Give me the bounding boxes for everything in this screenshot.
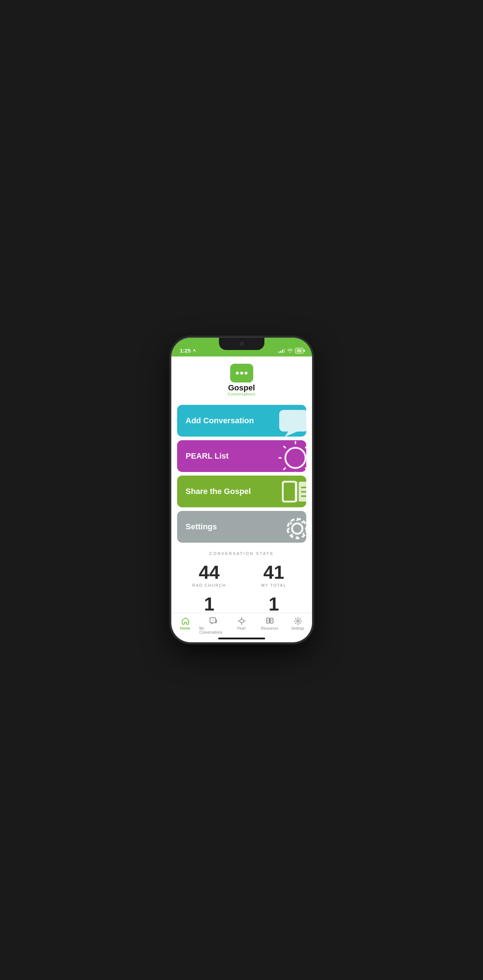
conversations-icon	[209, 617, 218, 625]
add-deco-icon	[277, 408, 306, 433]
tab-home[interactable]: Home	[172, 617, 200, 630]
resources-icon	[265, 617, 274, 625]
add-conversation-label: Add Conversation	[186, 416, 254, 425]
svg-rect-12	[283, 482, 296, 501]
person-icon	[192, 348, 197, 353]
stats-grid: 44 RAD CHURCH 41 MY TOTAL 1 THIS MONTH 1…	[177, 563, 306, 612]
tab-settings[interactable]: Settings	[284, 617, 312, 630]
this-month-stat: 1 THIS MONTH	[177, 595, 242, 612]
svg-point-0	[194, 349, 195, 351]
svg-rect-20	[210, 618, 216, 623]
stats-title: CONVERSATION STATS	[177, 551, 306, 556]
svg-line-9	[305, 446, 306, 448]
svg-rect-1	[279, 410, 306, 431]
tab-home-label: Home	[180, 627, 191, 630]
home-icon	[181, 617, 190, 625]
phone-frame: 1:25	[172, 338, 312, 642]
gospel-deco-icon	[281, 479, 306, 504]
svg-point-23	[240, 619, 243, 623]
tab-resources[interactable]: Resources	[256, 617, 284, 630]
this-month-value: 1	[177, 595, 242, 612]
share-gospel-button[interactable]: Share the Gospel	[177, 476, 306, 508]
svg-rect-29	[270, 618, 273, 623]
pearl-icon	[237, 617, 246, 625]
battery-icon: 88	[295, 348, 303, 353]
rad-church-label: RAD CHURCH	[177, 583, 242, 587]
svg-line-8	[284, 446, 285, 448]
tab-resources-label: Resources	[261, 627, 278, 630]
svg-point-21	[212, 620, 213, 620]
this-week-value: 1	[242, 595, 306, 612]
battery-level: 88	[297, 348, 301, 353]
tab-my-conversations[interactable]: My Conversations	[200, 617, 227, 634]
logo-area: Gospel Conversations	[177, 364, 306, 396]
app-name: Gospel	[228, 384, 255, 392]
home-indicator	[218, 638, 265, 640]
my-total-stat: 41 MY TOTAL	[242, 563, 306, 587]
svg-point-3	[285, 448, 305, 468]
phone-screen: 1:25	[172, 338, 312, 642]
svg-marker-2	[284, 431, 297, 437]
add-conversation-button[interactable]: Add Conversation	[177, 405, 306, 437]
svg-rect-28	[267, 618, 270, 623]
settings-label: Settings	[186, 522, 217, 531]
camera	[240, 342, 244, 346]
pearl-list-label: PEARL List	[186, 452, 229, 461]
pearl-deco-icon	[277, 440, 306, 472]
svg-point-22	[213, 620, 214, 620]
rad-church-stat: 44 RAD CHURCH	[177, 563, 242, 587]
my-total-label: MY TOTAL	[242, 583, 306, 587]
stats-section: CONVERSATION STATS 44 RAD CHURCH 41 MY T…	[177, 551, 306, 612]
tab-pearl-label: Pearl	[237, 627, 246, 630]
this-week-stat: 1 THIS WEEK	[242, 595, 306, 612]
wifi-icon	[287, 348, 293, 353]
my-total-value: 41	[242, 563, 306, 582]
chat-dots	[236, 372, 248, 374]
main-content: Gospel Conversations Add Conversation PE…	[172, 356, 312, 612]
svg-point-18	[292, 523, 302, 534]
app-subtitle: Conversations	[227, 392, 256, 396]
settings-tab-icon	[294, 617, 302, 625]
logo-bubble	[230, 364, 253, 382]
tab-conversations-label: My Conversations	[200, 627, 227, 634]
tab-pearl[interactable]: Pearl	[227, 617, 256, 630]
tab-settings-label: Settings	[291, 627, 304, 630]
status-icons: 88	[278, 348, 303, 353]
notch	[219, 338, 264, 350]
settings-button[interactable]: Settings	[177, 511, 306, 542]
status-time: 1:25	[180, 347, 197, 353]
signal-icon	[278, 348, 285, 353]
svg-line-11	[305, 468, 306, 469]
rad-church-value: 44	[177, 563, 242, 582]
svg-point-34	[297, 620, 299, 622]
time-display: 1:25	[180, 347, 191, 353]
settings-deco-icon	[281, 512, 306, 541]
share-gospel-label: Share the Gospel	[186, 487, 251, 496]
svg-line-10	[284, 468, 285, 469]
pearl-list-button[interactable]: PEARL List	[177, 440, 306, 472]
